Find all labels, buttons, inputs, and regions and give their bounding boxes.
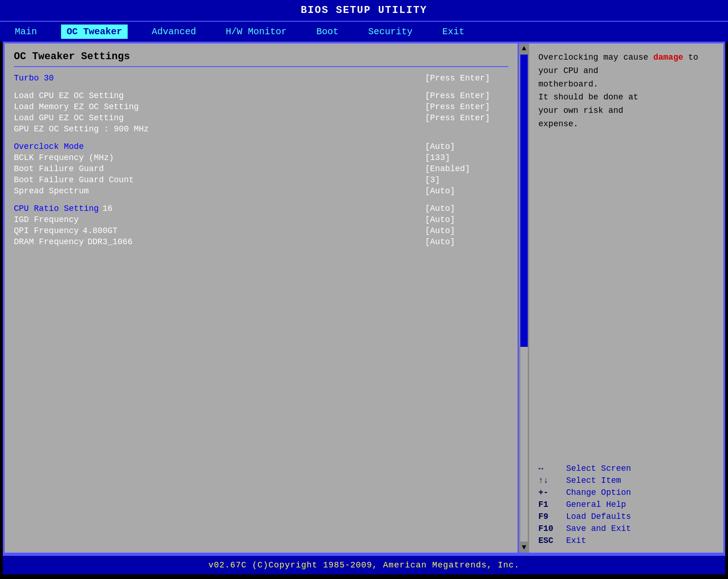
key-description: Load Defaults bbox=[566, 512, 631, 521]
key-row: F10Save and Exit bbox=[538, 524, 714, 533]
settings-row: Load CPU EZ OC Setting[Press Enter] bbox=[14, 91, 508, 100]
bottom-gap bbox=[0, 574, 728, 579]
key-row: +-Change Option bbox=[538, 488, 714, 497]
key-row: F1General Help bbox=[538, 500, 714, 509]
setting-label: Overclock Mode bbox=[14, 142, 84, 151]
spacer bbox=[14, 197, 508, 204]
footer-text: v02.67C (C)Copyright 1985-2009, American… bbox=[209, 561, 520, 570]
key-row: ↑↓Select Item bbox=[538, 476, 714, 485]
setting-value: [Press Enter] bbox=[425, 74, 508, 83]
key-row: ↔Select Screen bbox=[538, 464, 714, 473]
key-description: Save and Exit bbox=[566, 524, 631, 533]
spacer bbox=[14, 85, 508, 91]
setting-value: [Auto] bbox=[425, 237, 508, 246]
settings-row: CPU Ratio Setting16[Auto] bbox=[14, 204, 508, 213]
settings-row: BCLK Frequency (MHz)[133] bbox=[14, 153, 508, 162]
setting-value: [Auto] bbox=[425, 215, 508, 224]
scroll-up-arrow[interactable]: ▲ bbox=[522, 44, 526, 53]
scroll-down-arrow[interactable]: ▼ bbox=[522, 543, 526, 552]
bios-title: BIOS SETUP UTILITY bbox=[301, 5, 427, 16]
section-title: OC Tweaker Settings bbox=[14, 51, 508, 62]
setting-value: [Press Enter] bbox=[425, 113, 508, 123]
scroll-thumb bbox=[520, 55, 528, 347]
setting-label: Turbo 30 bbox=[14, 74, 54, 83]
settings-row: GPU EZ OC Setting : 900 MHz bbox=[14, 124, 508, 134]
scrollbar[interactable]: ▲ ▼ bbox=[519, 43, 529, 553]
menu-item-oc-tweaker[interactable]: OC Tweaker bbox=[61, 25, 128, 39]
settings-list: Turbo 30[Press Enter]Load CPU EZ OC Sett… bbox=[14, 74, 508, 248]
footer: v02.67C (C)Copyright 1985-2009, American… bbox=[3, 554, 725, 574]
setting-label: DRAM Frequency bbox=[14, 237, 84, 246]
menu-item-security[interactable]: Security bbox=[363, 25, 418, 39]
key-description: Exit bbox=[566, 536, 586, 545]
menu-item-main[interactable]: Main bbox=[9, 25, 43, 39]
help-text-block: Overclocking may cause damage to your CP… bbox=[538, 51, 714, 131]
setting-label: IGD Frequency bbox=[14, 215, 79, 224]
key-help-block: ↔Select Screen↑↓Select Item+-Change Opti… bbox=[538, 464, 714, 545]
help-paragraph: Overclocking may cause damage to your CP… bbox=[538, 51, 714, 131]
key-description: Select Screen bbox=[566, 464, 631, 473]
setting-value: [3] bbox=[425, 175, 508, 185]
setting-label: Spread Spectrum bbox=[14, 186, 89, 196]
scroll-track bbox=[520, 55, 528, 542]
settings-row: Turbo 30[Press Enter] bbox=[14, 74, 508, 83]
setting-label: Load Memory EZ OC Setting bbox=[14, 102, 139, 111]
right-panel: Overclocking may cause damage to your CP… bbox=[529, 43, 723, 553]
key-symbol: F10 bbox=[538, 524, 561, 533]
settings-row: Load GPU EZ OC Setting[Press Enter] bbox=[14, 113, 508, 123]
setting-label: Load CPU EZ OC Setting bbox=[14, 91, 124, 100]
settings-row: Overclock Mode[Auto] bbox=[14, 142, 508, 151]
key-description: Change Option bbox=[566, 488, 631, 497]
key-description: General Help bbox=[566, 500, 626, 509]
setting-label: Boot Failure Guard bbox=[14, 164, 104, 173]
title-bar: BIOS SETUP UTILITY bbox=[0, 0, 728, 21]
key-symbol: ↔ bbox=[538, 464, 561, 473]
key-symbol: F9 bbox=[538, 512, 561, 521]
setting-value: [Enabled] bbox=[425, 164, 508, 173]
key-row: ESCExit bbox=[538, 536, 714, 545]
setting-label: QPI Frequency bbox=[14, 226, 79, 235]
setting-label: Load GPU EZ OC Setting bbox=[14, 113, 124, 123]
setting-value: [Auto] bbox=[425, 226, 508, 235]
setting-value: [Auto] bbox=[425, 142, 508, 151]
setting-value: [Press Enter] bbox=[425, 91, 508, 100]
setting-label: BCLK Frequency (MHz) bbox=[14, 153, 114, 162]
setting-value: [Auto] bbox=[425, 186, 508, 196]
settings-row: QPI Frequency4.800GT[Auto] bbox=[14, 226, 508, 235]
setting-extra: DDR3_1066 bbox=[87, 237, 132, 246]
settings-row: Boot Failure Guard Count[3] bbox=[14, 175, 508, 185]
setting-extra: 4.800GT bbox=[82, 226, 117, 235]
menu-bar: MainOC TweakerAdvancedH/W MonitorBootSec… bbox=[0, 21, 728, 42]
setting-value: [Press Enter] bbox=[425, 102, 508, 111]
setting-value: [Auto] bbox=[425, 204, 508, 213]
menu-item-boot[interactable]: Boot bbox=[311, 25, 344, 39]
menu-item-exit[interactable]: Exit bbox=[437, 25, 470, 39]
spacer bbox=[14, 136, 508, 142]
key-symbol: +- bbox=[538, 488, 561, 497]
setting-label: CPU Ratio Setting bbox=[14, 204, 99, 213]
main-content: OC Tweaker Settings Turbo 30[Press Enter… bbox=[3, 42, 725, 554]
key-symbol: ESC bbox=[538, 536, 561, 545]
key-description: Select Item bbox=[566, 476, 621, 485]
key-row: F9Load Defaults bbox=[538, 512, 714, 521]
settings-row: Boot Failure Guard[Enabled] bbox=[14, 164, 508, 173]
left-panel: OC Tweaker Settings Turbo 30[Press Enter… bbox=[5, 43, 519, 553]
settings-row: Load Memory EZ OC Setting[Press Enter] bbox=[14, 102, 508, 111]
setting-label: GPU EZ OC Setting : 900 MHz bbox=[14, 124, 149, 134]
settings-row: Spread Spectrum[Auto] bbox=[14, 186, 508, 196]
key-symbol: ↑↓ bbox=[538, 476, 561, 485]
settings-row: IGD Frequency[Auto] bbox=[14, 215, 508, 224]
menu-item-h/w-monitor[interactable]: H/W Monitor bbox=[220, 25, 292, 39]
setting-value: [133] bbox=[425, 153, 508, 162]
settings-row: DRAM FrequencyDDR3_1066[Auto] bbox=[14, 237, 508, 246]
setting-extra: 16 bbox=[103, 204, 113, 213]
setting-label: Boot Failure Guard Count bbox=[14, 175, 134, 185]
section-divider bbox=[14, 66, 508, 67]
menu-item-advanced[interactable]: Advanced bbox=[146, 25, 202, 39]
key-symbol: F1 bbox=[538, 500, 561, 509]
